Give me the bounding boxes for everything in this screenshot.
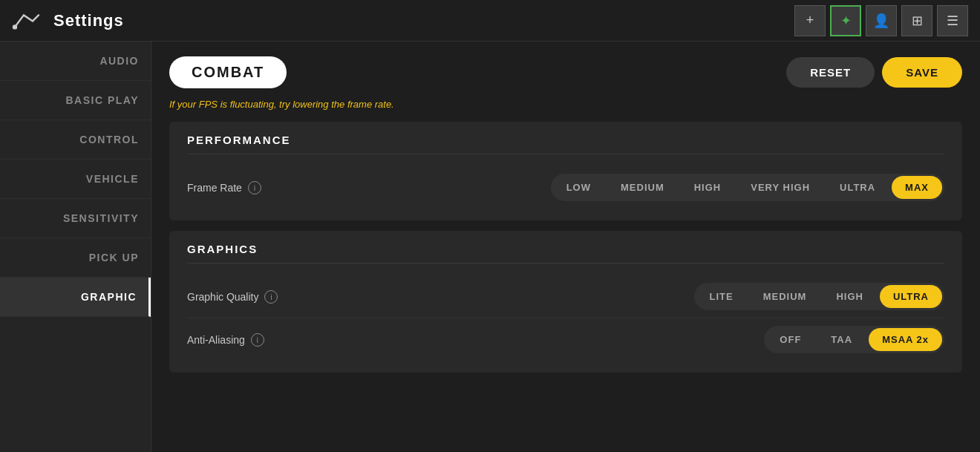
setting-row-frame-rate: Frame Rate i LOW MEDIUM HIGH VERY HIGH U… bbox=[187, 166, 944, 209]
anti-aliasing-off[interactable]: OFF bbox=[766, 328, 814, 351]
plus-icon-btn[interactable]: + bbox=[794, 5, 826, 36]
frame-rate-very-high[interactable]: VERY HIGH bbox=[737, 176, 823, 199]
top-icon-group: + ✦ 👤 ⊞ ☰ bbox=[794, 5, 968, 36]
svg-point-0 bbox=[13, 24, 17, 29]
top-bar: Settings + ✦ 👤 ⊞ ☰ bbox=[0, 0, 980, 42]
sidebar-item-graphic[interactable]: GRAPHIC bbox=[0, 278, 151, 317]
frame-rate-info-icon[interactable]: i bbox=[248, 181, 261, 194]
sidebar-item-control[interactable]: CONTROL bbox=[0, 120, 151, 160]
logo-icon bbox=[12, 10, 42, 32]
person-icon-btn[interactable]: 👤 bbox=[866, 5, 897, 36]
frame-rate-ultra[interactable]: ULTRA bbox=[826, 176, 889, 199]
sidebar: AUDIO BASIC PLAY CONTROL VEHICLE SENSITI… bbox=[0, 42, 151, 452]
graphic-quality-medium[interactable]: MEDIUM bbox=[750, 285, 820, 308]
menu-icon-btn[interactable]: ☰ bbox=[937, 5, 968, 36]
frame-rate-label: Frame Rate i bbox=[187, 181, 261, 194]
graphic-quality-options: LITE MEDIUM HIGH ULTRA bbox=[694, 283, 944, 310]
section-graphics: GRAPHICS Graphic Quality i LITE MEDIUM H… bbox=[169, 231, 962, 373]
warning-text: If your FPS is fluctuating, try lowering… bbox=[169, 99, 962, 110]
reset-button[interactable]: RESET bbox=[786, 57, 875, 88]
save-button[interactable]: SAVE bbox=[882, 57, 962, 88]
sidebar-item-sensitivity[interactable]: SENSITIVITY bbox=[0, 199, 151, 238]
anti-aliasing-options: OFF TAA MSAA 2x bbox=[764, 326, 944, 353]
frame-rate-high[interactable]: HIGH bbox=[681, 176, 735, 199]
header-buttons: RESET SAVE bbox=[786, 57, 962, 88]
section-performance: PERFORMANCE Frame Rate i LOW MEDIUM HIGH… bbox=[169, 122, 962, 220]
graphic-quality-high[interactable]: HIGH bbox=[823, 285, 877, 308]
grid-icon-btn[interactable]: ⊞ bbox=[901, 5, 932, 36]
anti-aliasing-taa[interactable]: TAA bbox=[817, 328, 866, 351]
content-header: COMBAT RESET SAVE bbox=[169, 56, 962, 88]
sidebar-item-vehicle[interactable]: VEHICLE bbox=[0, 160, 151, 199]
frame-rate-max[interactable]: MAX bbox=[892, 176, 942, 199]
sidebar-item-audio[interactable]: AUDIO bbox=[0, 42, 151, 81]
anti-aliasing-label: Anti-Aliasing i bbox=[187, 333, 264, 347]
anti-aliasing-info-icon[interactable]: i bbox=[251, 333, 264, 347]
graphic-quality-info-icon[interactable]: i bbox=[264, 290, 278, 304]
frame-rate-options: LOW MEDIUM HIGH VERY HIGH ULTRA MAX bbox=[551, 174, 944, 201]
frame-rate-medium[interactable]: MEDIUM bbox=[607, 176, 678, 199]
page-title: Settings bbox=[53, 11, 794, 30]
combat-badge: COMBAT bbox=[169, 56, 287, 88]
star-icon-btn[interactable]: ✦ bbox=[830, 5, 861, 36]
graphic-quality-lite[interactable]: LITE bbox=[696, 285, 747, 308]
anti-aliasing-msaa2x[interactable]: MSAA 2x bbox=[869, 328, 942, 351]
section-performance-title: PERFORMANCE bbox=[187, 134, 944, 154]
content-area: COMBAT RESET SAVE If your FPS is fluctua… bbox=[151, 42, 980, 452]
frame-rate-low[interactable]: LOW bbox=[553, 176, 604, 199]
sidebar-item-basic-play[interactable]: BASIC PLAY bbox=[0, 81, 151, 120]
graphic-quality-ultra[interactable]: ULTRA bbox=[880, 285, 942, 308]
setting-row-anti-aliasing: Anti-Aliasing i OFF TAA MSAA 2x bbox=[187, 318, 944, 361]
main-layout: AUDIO BASIC PLAY CONTROL VEHICLE SENSITI… bbox=[0, 42, 980, 452]
sidebar-item-pick-up[interactable]: PICK UP bbox=[0, 238, 151, 278]
section-graphics-title: GRAPHICS bbox=[187, 243, 944, 263]
setting-row-graphic-quality: Graphic Quality i LITE MEDIUM HIGH ULTRA bbox=[187, 275, 944, 318]
graphic-quality-label: Graphic Quality i bbox=[187, 290, 278, 304]
